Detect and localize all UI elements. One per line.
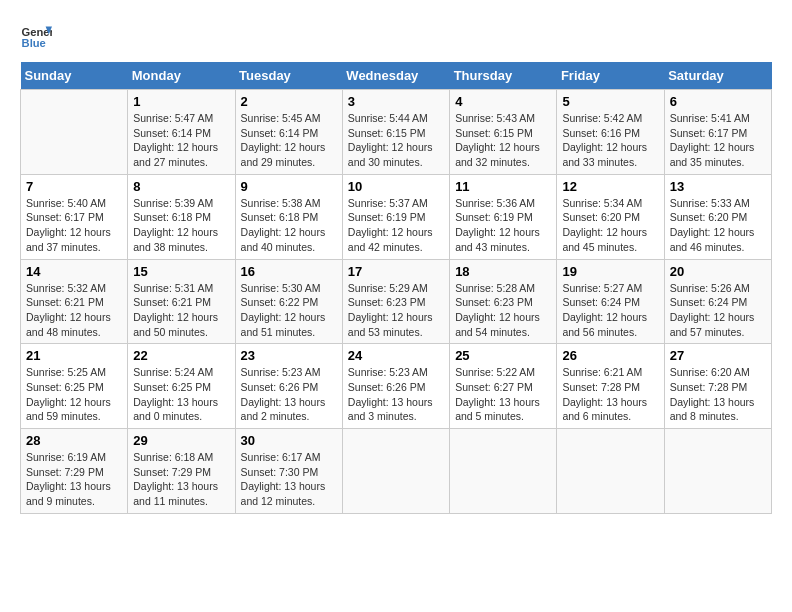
day-header-sunday: Sunday <box>21 62 128 90</box>
calendar-cell: 1Sunrise: 5:47 AMSunset: 6:14 PMDaylight… <box>128 90 235 175</box>
day-info: Sunrise: 5:40 AMSunset: 6:17 PMDaylight:… <box>26 196 122 255</box>
day-info: Sunrise: 5:22 AMSunset: 6:27 PMDaylight:… <box>455 365 551 424</box>
day-number: 20 <box>670 264 766 279</box>
day-number: 7 <box>26 179 122 194</box>
day-number: 11 <box>455 179 551 194</box>
day-info: Sunrise: 5:29 AMSunset: 6:23 PMDaylight:… <box>348 281 444 340</box>
day-number: 6 <box>670 94 766 109</box>
day-info: Sunrise: 5:23 AMSunset: 6:26 PMDaylight:… <box>348 365 444 424</box>
day-info: Sunrise: 5:25 AMSunset: 6:25 PMDaylight:… <box>26 365 122 424</box>
day-info: Sunrise: 5:23 AMSunset: 6:26 PMDaylight:… <box>241 365 337 424</box>
day-info: Sunrise: 5:41 AMSunset: 6:17 PMDaylight:… <box>670 111 766 170</box>
calendar-cell: 28Sunrise: 6:19 AMSunset: 7:29 PMDayligh… <box>21 429 128 514</box>
calendar-week-row: 14Sunrise: 5:32 AMSunset: 6:21 PMDayligh… <box>21 259 772 344</box>
day-header-friday: Friday <box>557 62 664 90</box>
day-number: 16 <box>241 264 337 279</box>
calendar-cell: 30Sunrise: 6:17 AMSunset: 7:30 PMDayligh… <box>235 429 342 514</box>
calendar-cell: 6Sunrise: 5:41 AMSunset: 6:17 PMDaylight… <box>664 90 771 175</box>
day-info: Sunrise: 5:34 AMSunset: 6:20 PMDaylight:… <box>562 196 658 255</box>
day-info: Sunrise: 5:37 AMSunset: 6:19 PMDaylight:… <box>348 196 444 255</box>
calendar-week-row: 7Sunrise: 5:40 AMSunset: 6:17 PMDaylight… <box>21 174 772 259</box>
day-info: Sunrise: 5:36 AMSunset: 6:19 PMDaylight:… <box>455 196 551 255</box>
day-number: 22 <box>133 348 229 363</box>
day-header-tuesday: Tuesday <box>235 62 342 90</box>
day-number: 4 <box>455 94 551 109</box>
calendar-cell: 16Sunrise: 5:30 AMSunset: 6:22 PMDayligh… <box>235 259 342 344</box>
day-number: 24 <box>348 348 444 363</box>
day-number: 2 <box>241 94 337 109</box>
day-info: Sunrise: 5:47 AMSunset: 6:14 PMDaylight:… <box>133 111 229 170</box>
day-header-monday: Monday <box>128 62 235 90</box>
day-info: Sunrise: 5:28 AMSunset: 6:23 PMDaylight:… <box>455 281 551 340</box>
calendar-cell: 7Sunrise: 5:40 AMSunset: 6:17 PMDaylight… <box>21 174 128 259</box>
calendar-cell: 20Sunrise: 5:26 AMSunset: 6:24 PMDayligh… <box>664 259 771 344</box>
calendar-cell: 18Sunrise: 5:28 AMSunset: 6:23 PMDayligh… <box>450 259 557 344</box>
calendar-cell <box>664 429 771 514</box>
header: General Blue <box>20 20 772 52</box>
calendar-cell: 10Sunrise: 5:37 AMSunset: 6:19 PMDayligh… <box>342 174 449 259</box>
day-info: Sunrise: 5:32 AMSunset: 6:21 PMDaylight:… <box>26 281 122 340</box>
calendar-cell: 19Sunrise: 5:27 AMSunset: 6:24 PMDayligh… <box>557 259 664 344</box>
day-number: 19 <box>562 264 658 279</box>
calendar-cell: 11Sunrise: 5:36 AMSunset: 6:19 PMDayligh… <box>450 174 557 259</box>
day-info: Sunrise: 5:38 AMSunset: 6:18 PMDaylight:… <box>241 196 337 255</box>
svg-text:Blue: Blue <box>22 37 46 49</box>
calendar-week-row: 21Sunrise: 5:25 AMSunset: 6:25 PMDayligh… <box>21 344 772 429</box>
logo-icon: General Blue <box>20 20 52 52</box>
calendar-cell: 27Sunrise: 6:20 AMSunset: 7:28 PMDayligh… <box>664 344 771 429</box>
calendar-cell: 12Sunrise: 5:34 AMSunset: 6:20 PMDayligh… <box>557 174 664 259</box>
day-info: Sunrise: 6:20 AMSunset: 7:28 PMDaylight:… <box>670 365 766 424</box>
calendar-cell <box>450 429 557 514</box>
day-number: 9 <box>241 179 337 194</box>
day-number: 1 <box>133 94 229 109</box>
calendar-cell: 17Sunrise: 5:29 AMSunset: 6:23 PMDayligh… <box>342 259 449 344</box>
day-number: 26 <box>562 348 658 363</box>
day-info: Sunrise: 5:27 AMSunset: 6:24 PMDaylight:… <box>562 281 658 340</box>
calendar-cell: 8Sunrise: 5:39 AMSunset: 6:18 PMDaylight… <box>128 174 235 259</box>
calendar-cell <box>342 429 449 514</box>
calendar-cell: 14Sunrise: 5:32 AMSunset: 6:21 PMDayligh… <box>21 259 128 344</box>
day-number: 27 <box>670 348 766 363</box>
day-info: Sunrise: 6:18 AMSunset: 7:29 PMDaylight:… <box>133 450 229 509</box>
day-number: 10 <box>348 179 444 194</box>
day-info: Sunrise: 6:19 AMSunset: 7:29 PMDaylight:… <box>26 450 122 509</box>
day-info: Sunrise: 5:39 AMSunset: 6:18 PMDaylight:… <box>133 196 229 255</box>
day-number: 3 <box>348 94 444 109</box>
calendar-cell: 5Sunrise: 5:42 AMSunset: 6:16 PMDaylight… <box>557 90 664 175</box>
day-number: 17 <box>348 264 444 279</box>
calendar-cell: 29Sunrise: 6:18 AMSunset: 7:29 PMDayligh… <box>128 429 235 514</box>
day-info: Sunrise: 5:30 AMSunset: 6:22 PMDaylight:… <box>241 281 337 340</box>
day-info: Sunrise: 5:43 AMSunset: 6:15 PMDaylight:… <box>455 111 551 170</box>
day-header-saturday: Saturday <box>664 62 771 90</box>
day-number: 14 <box>26 264 122 279</box>
day-number: 18 <box>455 264 551 279</box>
day-info: Sunrise: 5:31 AMSunset: 6:21 PMDaylight:… <box>133 281 229 340</box>
calendar-header-row: SundayMondayTuesdayWednesdayThursdayFrid… <box>21 62 772 90</box>
day-header-thursday: Thursday <box>450 62 557 90</box>
calendar-cell: 25Sunrise: 5:22 AMSunset: 6:27 PMDayligh… <box>450 344 557 429</box>
day-info: Sunrise: 5:24 AMSunset: 6:25 PMDaylight:… <box>133 365 229 424</box>
day-number: 23 <box>241 348 337 363</box>
calendar-cell <box>21 90 128 175</box>
day-number: 12 <box>562 179 658 194</box>
calendar-cell: 24Sunrise: 5:23 AMSunset: 6:26 PMDayligh… <box>342 344 449 429</box>
calendar-cell: 2Sunrise: 5:45 AMSunset: 6:14 PMDaylight… <box>235 90 342 175</box>
calendar-cell: 4Sunrise: 5:43 AMSunset: 6:15 PMDaylight… <box>450 90 557 175</box>
day-info: Sunrise: 5:44 AMSunset: 6:15 PMDaylight:… <box>348 111 444 170</box>
calendar-cell: 13Sunrise: 5:33 AMSunset: 6:20 PMDayligh… <box>664 174 771 259</box>
day-number: 29 <box>133 433 229 448</box>
calendar-cell: 26Sunrise: 6:21 AMSunset: 7:28 PMDayligh… <box>557 344 664 429</box>
logo: General Blue <box>20 20 56 52</box>
day-number: 25 <box>455 348 551 363</box>
day-number: 8 <box>133 179 229 194</box>
calendar-week-row: 28Sunrise: 6:19 AMSunset: 7:29 PMDayligh… <box>21 429 772 514</box>
day-info: Sunrise: 5:33 AMSunset: 6:20 PMDaylight:… <box>670 196 766 255</box>
calendar-cell: 9Sunrise: 5:38 AMSunset: 6:18 PMDaylight… <box>235 174 342 259</box>
day-info: Sunrise: 6:17 AMSunset: 7:30 PMDaylight:… <box>241 450 337 509</box>
calendar-cell: 22Sunrise: 5:24 AMSunset: 6:25 PMDayligh… <box>128 344 235 429</box>
calendar-table: SundayMondayTuesdayWednesdayThursdayFrid… <box>20 62 772 514</box>
calendar-cell: 23Sunrise: 5:23 AMSunset: 6:26 PMDayligh… <box>235 344 342 429</box>
day-number: 30 <box>241 433 337 448</box>
day-number: 5 <box>562 94 658 109</box>
calendar-cell: 21Sunrise: 5:25 AMSunset: 6:25 PMDayligh… <box>21 344 128 429</box>
